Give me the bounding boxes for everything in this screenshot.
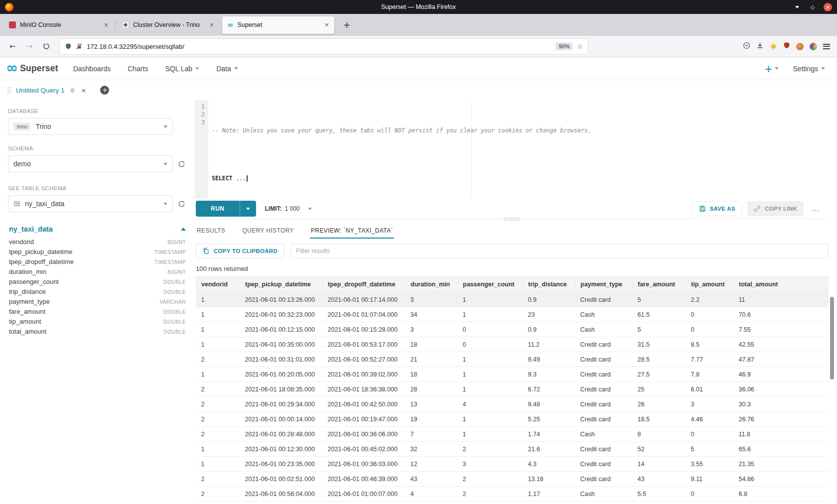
result-cell: 2021-06-01 00:29:34.000 — [240, 397, 323, 412]
copy-to-clipboard-button[interactable]: COPY TO CLIPBOARD — [196, 244, 284, 258]
result-row[interactable]: 12021-06-01 00:32:23.0002021-06-01 01:07… — [196, 307, 829, 322]
result-row[interactable]: 22021-06-01 00:31:01.0002021-06-01 00:52… — [196, 352, 829, 367]
menu-hamburger-icon[interactable] — [823, 44, 830, 49]
tracking-shield-icon[interactable] — [65, 43, 72, 50]
run-query-button[interactable]: RUN — [196, 201, 256, 217]
forward-button[interactable]: → — [22, 39, 37, 54]
result-row[interactable]: 22021-06-01 18:08:35.0002021-06-01 18:36… — [196, 382, 829, 397]
url-bar[interactable]: 172.18.0.4:32295/superset/sqllab/ 90% ☆ — [60, 39, 588, 54]
pocket-icon[interactable] — [743, 42, 750, 51]
schema-column-row[interactable]: payment_type VARCHAR — [9, 298, 186, 308]
zoom-level-badge[interactable]: 90% — [556, 42, 572, 50]
editor-code-area[interactable]: -- Note: Unless you save your query, the… — [208, 100, 829, 199]
result-row[interactable]: 22021-06-01 00:00:14.0002021-06-01 00:19… — [196, 412, 829, 427]
result-row[interactable]: 12021-06-01 00:23:35.0002021-06-01 00:36… — [196, 457, 829, 472]
column-header[interactable]: passenger_count — [458, 277, 523, 292]
result-row[interactable]: 22021-06-01 00:29:34.0002021-06-01 00:42… — [196, 397, 829, 412]
nav-sql-lab[interactable]: SQL Lab — [165, 65, 199, 73]
bookmark-star-icon[interactable]: ☆ — [576, 42, 583, 50]
reload-button[interactable] — [39, 39, 54, 54]
url-text[interactable]: 172.18.0.4:32295/superset/sqllab/ — [87, 43, 184, 50]
page-scrollbar-thumb[interactable] — [830, 297, 834, 379]
sql-editor[interactable]: 1 2 3 -- Note: Unless you save your quer… — [195, 100, 829, 199]
schema-column-row[interactable]: total_amount DOUBLE — [9, 328, 186, 338]
result-row[interactable]: 22021-06-01 00:56:04.0002021-06-01 01:00… — [196, 487, 829, 502]
column-header[interactable]: trip_distance — [523, 277, 575, 292]
schema-column-row[interactable]: fare_amount DOUBLE — [9, 308, 186, 318]
refresh-schemas-button[interactable] — [178, 160, 185, 168]
refresh-tables-button[interactable] — [178, 200, 185, 208]
more-options-button[interactable]: … — [809, 206, 823, 211]
minimize-button[interactable] — [793, 2, 802, 11]
tab-preview[interactable]: PREVIEW: `NY_TAXI_DATA` — [310, 224, 394, 239]
downloads-icon[interactable] — [756, 42, 764, 51]
result-row[interactable]: 12021-06-01 00:12:30.0002021-06-01 00:45… — [196, 442, 829, 457]
back-button[interactable]: ← — [5, 39, 20, 54]
schema-column-row[interactable]: tpep_pickup_datetime TIMESTAMP — [9, 248, 186, 258]
column-header[interactable]: tpep_dropoff_datetime — [323, 277, 406, 292]
nav-data[interactable]: Data — [216, 65, 238, 73]
column-header[interactable]: fare_amount — [633, 277, 686, 292]
save-as-button[interactable]: SAVE AS — [692, 201, 742, 216]
result-row[interactable]: 22021-06-01 00:02:51.0002021-06-01 00:46… — [196, 472, 829, 487]
tab-close-icon[interactable]: × — [209, 21, 214, 28]
database-select[interactable]: trino Trino — [8, 118, 173, 135]
schema-column-row[interactable]: passenger_count DOUBLE — [9, 278, 186, 288]
tab-query-history[interactable]: QUERY HISTORY — [241, 224, 295, 239]
schema-select[interactable]: demo — [8, 155, 173, 172]
filter-results-input[interactable] — [290, 244, 829, 258]
close-window-button[interactable]: × — [824, 3, 832, 11]
schema-column-row[interactable]: vendorid BIGINT — [9, 238, 186, 248]
result-row[interactable]: 12021-06-01 00:35:00.0002021-06-01 00:53… — [196, 337, 829, 352]
table-select[interactable]: ny_taxi_data — [8, 195, 173, 212]
browser-tab-trino[interactable]: Cluster Overview - Trino × — [117, 16, 219, 34]
tab-results[interactable]: RESULTS — [196, 224, 226, 239]
run-options-caret[interactable] — [240, 201, 256, 217]
schema-column-row[interactable]: duration_min BIGINT — [9, 268, 186, 278]
add-query-tab-button[interactable]: + — [100, 86, 109, 95]
new-item-button[interactable]: + — [764, 63, 779, 74]
window-titlebar[interactable]: Superset — Mozilla Firefox ◇ × — [0, 0, 837, 14]
column-name: passenger_count — [9, 278, 59, 285]
extension-avatar-icon[interactable] — [796, 43, 804, 50]
browser-tab-minio[interactable]: MinIO Console × — [4, 16, 114, 34]
result-row[interactable]: 12021-06-01 00:13:26.0002021-06-01 00:17… — [196, 292, 829, 307]
column-header[interactable]: tpep_pickup_datetime — [240, 277, 323, 292]
save-as-label: SAVE AS — [710, 206, 735, 212]
schema-column-row[interactable]: tpep_dropoff_datetime TIMESTAMP — [9, 258, 186, 268]
query-tab-close-icon[interactable]: × — [81, 87, 87, 94]
extension-icon[interactable] — [770, 43, 777, 50]
result-row[interactable]: 12021-06-01 00:12:15.0002021-06-01 00:15… — [196, 322, 829, 337]
browser-tab-superset[interactable]: ∞ Superset × — [222, 16, 334, 34]
tab-close-icon[interactable]: × — [324, 21, 329, 28]
copy-link-button[interactable]: COPY LINK — [747, 201, 804, 216]
schema-column-row[interactable]: tip_amount DOUBLE — [9, 318, 186, 328]
table-name-heading[interactable]: ny_taxi_data — [9, 225, 53, 233]
schema-column-row[interactable]: trip_distance DOUBLE — [9, 288, 186, 298]
column-header[interactable]: vendorid — [196, 277, 240, 292]
extension-pinwheel-icon[interactable] — [810, 43, 817, 50]
query-tab-untitled[interactable]: Untitled Query 1 × — [7, 87, 86, 94]
result-row[interactable]: 22021-06-01 00:28:48.0002021-06-01 00:36… — [196, 427, 829, 442]
result-cell: 7.8 — [686, 367, 734, 382]
maximize-button[interactable]: ◇ — [808, 2, 817, 11]
nav-charts[interactable]: Charts — [128, 65, 148, 73]
collapse-table-icon[interactable] — [181, 228, 186, 231]
column-header[interactable]: tip_amount — [686, 277, 734, 292]
new-tab-button[interactable]: + — [343, 20, 350, 30]
nav-dashboards[interactable]: Dashboards — [73, 65, 111, 73]
result-row[interactable]: 12021-06-01 00:20:05.0002021-06-01 00:39… — [196, 367, 829, 382]
pane-resize-handle[interactable] — [195, 217, 829, 221]
ublock-extension-icon[interactable] — [783, 42, 790, 51]
result-cell: 1 — [196, 367, 240, 382]
column-header[interactable]: duration_min — [406, 277, 458, 292]
superset-logo[interactable]: ∞ Superset — [6, 63, 58, 74]
column-header[interactable]: total_amount — [734, 277, 829, 292]
run-label[interactable]: RUN — [196, 201, 240, 217]
limit-dropdown[interactable]: LIMIT: 1 000 — [265, 205, 312, 212]
insecure-lock-icon[interactable] — [76, 43, 83, 50]
result-cell: 12 — [406, 457, 458, 472]
settings-menu[interactable]: Settings — [793, 65, 825, 73]
tab-close-icon[interactable]: × — [104, 21, 109, 28]
column-header[interactable]: payment_type — [575, 277, 633, 292]
